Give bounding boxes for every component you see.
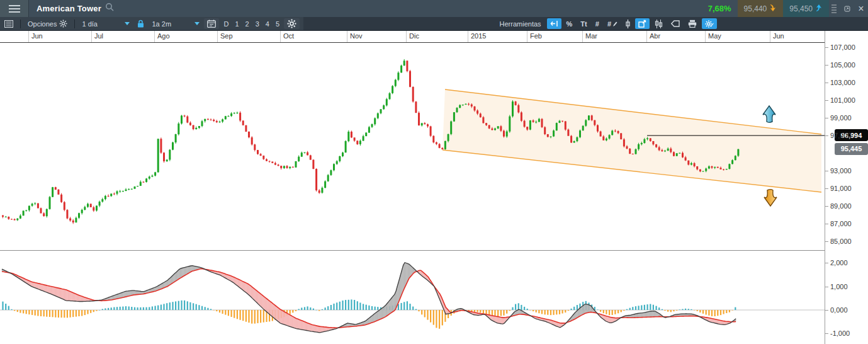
search-icon[interactable] <box>105 3 115 14</box>
bid-price: 95,440 <box>744 4 767 13</box>
month-label: Dic <box>409 32 419 40</box>
toolbar-separator <box>20 20 21 28</box>
menu-icon[interactable] <box>0 0 29 17</box>
axis-label: 85,000 <box>830 238 852 245</box>
axis-tick <box>825 47 828 48</box>
arrow-up-icon <box>815 4 823 14</box>
axis-tick <box>825 83 828 83</box>
month-tick <box>468 30 468 42</box>
month-label: Oct <box>283 32 294 40</box>
back-tool-icon[interactable] <box>547 18 561 29</box>
period-button-d[interactable]: D <box>220 18 232 29</box>
arrow-down-annotation <box>764 190 777 206</box>
arrow-up-annotation <box>763 106 775 122</box>
eraser-icon[interactable] <box>668 18 683 29</box>
percent-tool[interactable]: % <box>563 18 576 29</box>
toolbar-separator <box>74 20 75 28</box>
interval-select[interactable]: 1 día <box>79 18 133 29</box>
period-button-group: D12345 <box>220 18 283 29</box>
month-label: Feb <box>530 32 542 40</box>
calendar-icon[interactable] <box>204 18 219 29</box>
month-tick <box>91 30 92 42</box>
axis-tick <box>825 118 828 118</box>
axis-label: 1,000 <box>830 283 848 290</box>
toolbar-left-group: Opciones 1 día 1a 2m D12345 <box>0 17 303 30</box>
macd-indicator <box>0 263 825 333</box>
period-button-3[interactable]: 3 <box>252 18 262 29</box>
month-tick <box>582 30 583 42</box>
arrow-down-icon <box>769 4 777 14</box>
close-icon[interactable]: × <box>854 0 868 17</box>
edit-settings-icon[interactable] <box>702 18 717 29</box>
axis-tick <box>825 135 828 136</box>
bid-quote[interactable]: 95,440 <box>738 0 784 17</box>
price-axis[interactable]: 96,994 95,445 107,000105,000103,000101,0… <box>825 30 868 344</box>
ask-price: 95,450 <box>789 4 813 13</box>
list-icon[interactable] <box>1 18 16 29</box>
draw-grid-tool[interactable]: # <box>604 18 621 29</box>
axis-tick <box>825 224 828 224</box>
axis-tick <box>825 241 828 242</box>
change-percent: 7,68% <box>708 4 731 13</box>
axis-label: 99,000 <box>830 114 852 122</box>
settings-gear-icon[interactable] <box>284 18 300 29</box>
axis-tick <box>825 310 828 311</box>
month-tick <box>705 30 706 42</box>
restore-window-icon[interactable] <box>840 0 854 17</box>
month-tick <box>406 30 407 42</box>
period-button-1[interactable]: 1 <box>232 18 242 29</box>
panel-separator[interactable] <box>0 250 868 251</box>
lock-icon[interactable] <box>134 18 147 29</box>
axis-label: 101,000 <box>830 96 855 104</box>
axis-label: 107,000 <box>830 43 855 51</box>
axis-tick <box>825 100 828 101</box>
axis-tick <box>825 65 828 66</box>
axis-tick <box>825 263 828 263</box>
range-select[interactable]: 1a 2m <box>149 18 203 29</box>
month-tick <box>154 30 155 42</box>
time-axis[interactable]: JunJulAgoSepOctNovDic2015FebMarAbrMayJun <box>0 30 868 43</box>
axis-label: 97,000 <box>830 132 852 139</box>
month-label: Abr <box>650 32 660 40</box>
chevron-down-icon <box>125 22 130 25</box>
last-price-badge: 95,445 <box>835 143 868 155</box>
axis-label: 105,000 <box>830 61 855 69</box>
axis-tick <box>825 287 828 287</box>
period-button-2[interactable]: 2 <box>242 18 252 29</box>
axis-label: 0,000 <box>830 306 848 314</box>
month-label: Sep <box>220 32 233 40</box>
options-button[interactable]: Opciones <box>25 18 70 29</box>
month-tick <box>217 30 218 42</box>
axis-tick <box>825 171 828 171</box>
month-tick <box>527 30 527 42</box>
period-button-4[interactable]: 4 <box>262 18 273 29</box>
chevron-down-icon <box>194 22 200 25</box>
grid-tool[interactable]: # <box>592 18 602 29</box>
tools-label: Herramientas <box>500 20 541 28</box>
month-tick <box>347 30 347 42</box>
panel-drag-handle[interactable] <box>831 0 838 17</box>
month-label: Jun <box>31 32 43 40</box>
axis-tick <box>825 333 828 334</box>
month-label: Ago <box>157 32 170 40</box>
trading-app-window: American Tower 7,68% 95,440 95,450 × <box>0 0 868 344</box>
axis-label: 2,000 <box>830 259 848 267</box>
month-label: May <box>708 32 721 40</box>
period-button-5[interactable]: 5 <box>273 18 283 29</box>
candles-style-icon[interactable] <box>651 18 666 29</box>
instrument-title: American Tower <box>37 4 101 13</box>
month-tick <box>770 30 770 42</box>
axis-label: 87,000 <box>830 220 852 227</box>
candle-tool-icon[interactable] <box>623 18 633 29</box>
printer-icon[interactable] <box>685 18 700 29</box>
chart-canvas[interactable] <box>0 0 825 344</box>
month-label: Jul <box>94 32 103 40</box>
resize-chart-icon[interactable] <box>635 18 650 29</box>
month-label: Jun <box>773 32 784 40</box>
axis-label: 103,000 <box>830 79 855 86</box>
trend-channel[interactable] <box>442 89 821 192</box>
month-tick <box>280 30 281 42</box>
month-tick <box>28 30 29 42</box>
ask-quote[interactable]: 95,450 <box>783 0 829 17</box>
text-tool[interactable]: Tt <box>577 18 590 29</box>
